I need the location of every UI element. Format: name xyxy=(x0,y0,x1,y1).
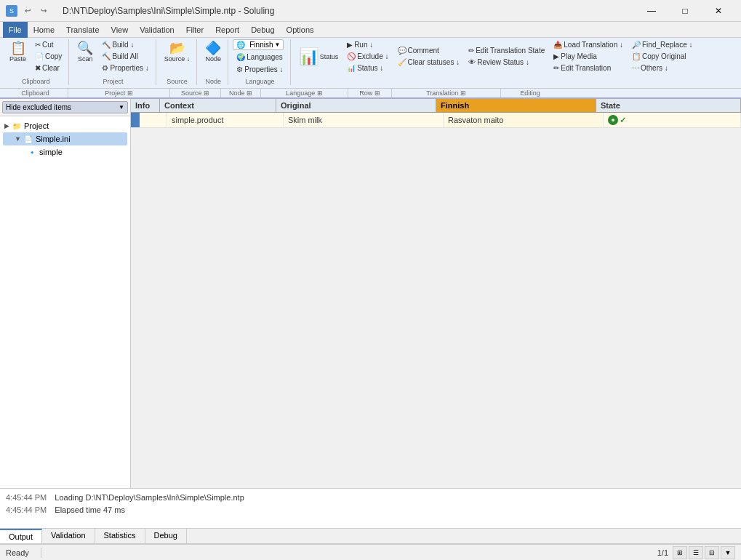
col-state: State xyxy=(596,99,741,112)
table-row[interactable]: simple.product Skim milk Rasvaton maito … xyxy=(131,113,741,128)
undo-button[interactable]: ↩ xyxy=(20,4,35,18)
menu-options[interactable]: Options xyxy=(281,22,320,38)
status-button[interactable]: 📊 Status ↓ xyxy=(343,63,392,73)
tree-project[interactable]: ▶ 📁 Project xyxy=(3,119,127,132)
col-info: Info xyxy=(131,99,160,112)
ini-chevron-icon: ▼ xyxy=(15,135,21,143)
source-button[interactable]: 📂 Source ↓ xyxy=(161,39,194,65)
column-headers: Info Context Original Finnish State xyxy=(131,99,741,113)
page-info: 1/1 xyxy=(657,548,668,557)
play-media-button[interactable]: ▶ Play Media xyxy=(550,51,627,62)
source-buttons: 📂 Source ↓ xyxy=(161,39,194,75)
menu-validation[interactable]: Validation xyxy=(134,22,180,38)
scan-button[interactable]: 🔍 Scan xyxy=(73,39,97,65)
project-label: Project xyxy=(73,76,152,85)
build-stack: 🔨 Build ↓ 🔨 Build All ⚙ Properties ↓ xyxy=(98,39,152,73)
close-button[interactable]: ✕ xyxy=(702,0,735,22)
source-label-title: Source xyxy=(161,76,194,85)
status-big-icon: 📊 xyxy=(299,47,319,66)
review-status-button[interactable]: 👁 Review Status ↓ xyxy=(465,57,548,68)
menu-debug[interactable]: Debug xyxy=(245,22,280,38)
col-original: Original xyxy=(276,99,436,112)
load-translation-button[interactable]: 📥 Load Translation ↓ xyxy=(550,39,627,50)
menu-view[interactable]: View xyxy=(105,22,135,38)
language-group: 🌐 Finnish ▼ 🌍 Languages ⚙ Properties ↓ L… xyxy=(230,39,290,85)
menu-filter[interactable]: Filter xyxy=(180,22,209,38)
split-view-button[interactable]: ⊟ xyxy=(705,546,719,559)
cut-button[interactable]: ✂ Cut xyxy=(31,39,65,50)
cell-info xyxy=(140,113,167,127)
clear-statuses-button[interactable]: 🧹 Clear statuses ↓ xyxy=(394,57,464,68)
state-circle-icon: ● xyxy=(608,115,618,125)
run-button[interactable]: ▶ Run ↓ xyxy=(343,39,392,50)
edit-translation-button[interactable]: ✏ Edit Translation xyxy=(550,63,627,73)
minimize-button[interactable]: — xyxy=(635,0,668,22)
cut-copy-clear-stack: ✂ Cut 📄 Copy ✖ Clear xyxy=(31,39,65,73)
source-icon: 📂 xyxy=(169,41,185,55)
project-group: 🔍 Scan 🔨 Build ↓ 🔨 Build All ⚙ Propertie… xyxy=(71,39,156,85)
simple-item-icon: 🔹 xyxy=(26,146,38,158)
paste-button[interactable]: 📋 Paste xyxy=(6,39,30,65)
main-area: Hide excluded items ▼ ▶ 📁 Project ▼ 📄 Si… xyxy=(0,99,741,488)
sidebar-toolbar: Hide excluded items ▼ xyxy=(0,99,130,116)
menu-home[interactable]: Home xyxy=(28,22,60,38)
find-replace-button[interactable]: 🔎 Find_Replace ↓ xyxy=(628,39,696,50)
output-tabs: Output Validation Statistics Debug xyxy=(0,529,741,544)
log-time-1: 4:45:44 PM xyxy=(6,493,47,502)
clipboard-buttons: 📋 Paste ✂ Cut 📄 Copy ✖ Clear xyxy=(6,39,65,75)
tree-simple[interactable]: 🔹 simple xyxy=(3,145,127,159)
comment-button[interactable]: 💬 Comment xyxy=(394,45,464,56)
scan-icon: 🔍 xyxy=(77,41,93,55)
title-bar: S ↩ ↪ D:\NT\Deploy\Samples\Ini\Simple\Si… xyxy=(0,0,741,22)
tab-validation[interactable]: Validation xyxy=(42,529,95,543)
language-dropdown[interactable]: 🌐 Finnish ▼ xyxy=(233,39,284,50)
status-big-button[interactable]: 📊 Status xyxy=(295,45,343,68)
menu-report[interactable]: Report xyxy=(209,22,245,38)
title-icons: S ↩ ↪ xyxy=(6,4,57,18)
tab-debug[interactable]: Debug xyxy=(145,529,187,543)
languages-button[interactable]: 🌍 Languages xyxy=(233,52,287,63)
status-group: 📊 Status ▶ Run ↓ 🚫 Exclude ↓ 📊 Status ↓ … xyxy=(292,39,700,85)
status-buttons: 📊 Status ▶ Run ↓ 🚫 Exclude ↓ 📊 Status ↓ … xyxy=(295,39,697,85)
project-chevron-icon: ▶ xyxy=(4,122,9,129)
filter-arrow-icon: ▼ xyxy=(119,104,124,111)
clear-button[interactable]: ✖ Clear xyxy=(31,63,65,73)
filter-view-button[interactable]: ▼ xyxy=(721,546,735,559)
build-all-button[interactable]: 🔨 Build All xyxy=(98,51,152,62)
edit-translation-state-button[interactable]: ✏ Edit Translation State xyxy=(465,45,548,56)
ribbon-labels-row: Clipboard Project ⊞ Source ⊞ Node ⊞ Lang… xyxy=(0,88,741,97)
maximize-button[interactable]: □ xyxy=(668,0,702,22)
content-area: Info Context Original Finnish State simp… xyxy=(131,99,741,488)
list-view-button[interactable]: ☰ xyxy=(689,546,703,559)
ini-file-icon: 📄 xyxy=(23,133,34,145)
tab-output[interactable]: Output xyxy=(0,529,42,543)
sidebar: Hide excluded items ▼ ▶ 📁 Project ▼ 📄 Si… xyxy=(0,99,131,488)
tab-statistics[interactable]: Statistics xyxy=(95,529,145,543)
redo-button[interactable]: ↪ xyxy=(36,4,51,18)
grid-view-button[interactable]: ⊞ xyxy=(673,546,687,559)
menu-file[interactable]: File xyxy=(3,22,28,38)
clipboard-group: 📋 Paste ✂ Cut 📄 Copy ✖ Clear Clipboard xyxy=(3,39,69,85)
node-label-title: Node xyxy=(201,76,225,85)
copy-original-button[interactable]: 📋 Copy Original xyxy=(628,51,696,62)
others-right-button[interactable]: ⋯ Others ↓ xyxy=(628,63,696,73)
find-copy-others-stack: 🔎 Find_Replace ↓ 📋 Copy Original ⋯ Other… xyxy=(628,39,696,73)
copy-button[interactable]: 📄 Copy xyxy=(31,51,65,62)
language-title: Language ⊞ xyxy=(261,89,348,97)
properties-button[interactable]: ⚙ Properties ↓ xyxy=(98,63,152,73)
node-group: 🔷 Node Node xyxy=(199,39,228,85)
menu-translate[interactable]: Translate xyxy=(60,22,105,38)
hide-excluded-dropdown[interactable]: Hide excluded items ▼ xyxy=(2,101,128,113)
node-buttons: 🔷 Node xyxy=(201,39,225,75)
cell-finnish: Rasvaton maito xyxy=(444,113,604,127)
project-label: Project xyxy=(24,121,49,130)
tree-simple-ini[interactable]: ▼ 📄 Simple.ini xyxy=(3,132,127,145)
exclude-button[interactable]: 🚫 Exclude ↓ xyxy=(343,51,392,62)
lang-properties-button[interactable]: ⚙ Properties ↓ xyxy=(233,64,287,75)
edit-review-stack: ✏ Edit Translation State 👁 Review Status… xyxy=(465,45,548,68)
data-table: simple.product Skim milk Rasvaton maito … xyxy=(131,113,741,488)
node-button[interactable]: 🔷 Node xyxy=(201,39,225,65)
window-controls: — □ ✕ xyxy=(635,0,735,22)
build-button[interactable]: 🔨 Build ↓ xyxy=(98,39,152,50)
menu-bar: File Home Translate View Validation Filt… xyxy=(0,22,741,38)
